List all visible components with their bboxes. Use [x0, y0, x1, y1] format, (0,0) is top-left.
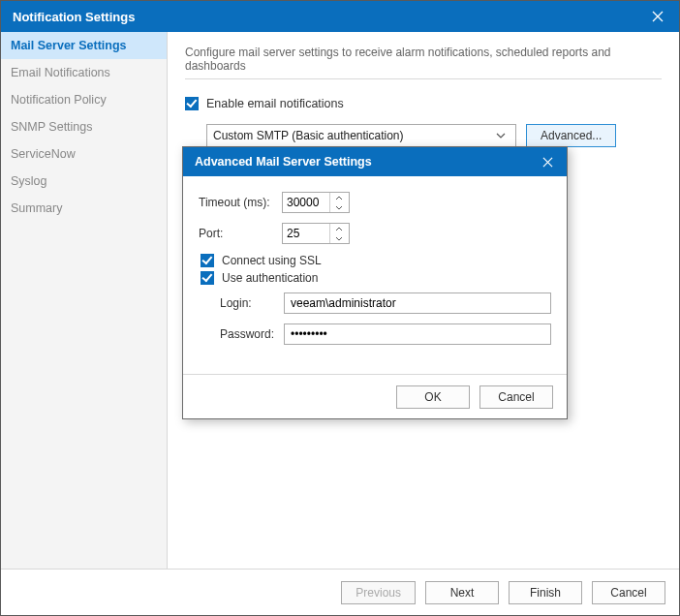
password-label: Password:	[220, 327, 284, 341]
button-label: Next	[450, 586, 475, 600]
sidebar-item-label: Email Notifications	[11, 66, 110, 79]
advanced-button[interactable]: Advanced...	[526, 124, 616, 147]
smtp-type-value: Custom SMTP (Basic authentication)	[213, 129, 492, 142]
sidebar-item-syslog[interactable]: Syslog	[1, 168, 167, 195]
timeout-label: Timeout (ms):	[199, 196, 282, 209]
login-label: Login:	[220, 296, 284, 310]
button-label: Finish	[530, 586, 561, 600]
previous-button: Previous	[341, 581, 416, 604]
button-label: Previous	[355, 586, 401, 600]
close-icon	[652, 11, 664, 22]
dialog-footer: OK Cancel	[183, 374, 567, 418]
notification-settings-window: Notification Settings Mail Server Settin…	[0, 0, 680, 616]
use-authentication-checkbox[interactable]	[201, 271, 214, 285]
window-title: Notification Settings	[13, 10, 135, 24]
smtp-row: Custom SMTP (Basic authentication) Advan…	[185, 124, 662, 147]
advanced-mail-server-dialog: Advanced Mail Server Settings Timeout (m…	[182, 146, 568, 419]
sidebar-item-label: ServiceNow	[11, 147, 76, 161]
timeout-row: Timeout (ms):	[199, 192, 551, 213]
sidebar-item-snmp-settings[interactable]: SNMP Settings	[1, 113, 167, 140]
wizard-footer: Previous Next Finish Cancel	[1, 569, 679, 615]
finish-button[interactable]: Finish	[509, 581, 582, 604]
dialog-titlebar: Advanced Mail Server Settings	[183, 147, 567, 176]
chevron-down-icon	[335, 236, 343, 241]
cancel-button[interactable]: Cancel	[592, 581, 665, 604]
chevron-up-icon	[335, 196, 343, 200]
sidebar-item-label: Mail Server Settings	[11, 39, 127, 52]
auth-fields: Login: Password:	[199, 293, 551, 345]
dialog-cancel-button[interactable]: Cancel	[479, 385, 553, 409]
sidebar: Mail Server Settings Email Notifications…	[1, 32, 168, 569]
close-icon	[542, 157, 553, 168]
spinner-down-button[interactable]	[330, 202, 347, 212]
sidebar-item-servicenow[interactable]: ServiceNow	[1, 140, 167, 168]
password-row: Password:	[220, 323, 551, 345]
button-label: Cancel	[498, 390, 534, 404]
divider	[185, 78, 662, 79]
sidebar-item-label: Summary	[11, 201, 62, 215]
window-close-button[interactable]	[636, 1, 679, 32]
spinner-up-button[interactable]	[330, 224, 347, 233]
sidebar-item-email-notifications[interactable]: Email Notifications	[1, 59, 167, 86]
ok-button[interactable]: OK	[396, 385, 470, 409]
connect-ssl-checkbox[interactable]	[201, 254, 214, 267]
spinner-buttons	[329, 224, 347, 243]
port-spinner	[282, 223, 350, 244]
dialog-title: Advanced Mail Server Settings	[195, 155, 372, 169]
enable-email-label: Enable email notifications	[206, 97, 344, 110]
timeout-input[interactable]	[283, 193, 329, 212]
sidebar-item-label: Notification Policy	[11, 93, 107, 107]
login-row: Login:	[220, 293, 551, 314]
port-label: Port:	[199, 227, 282, 240]
button-label: OK	[424, 390, 441, 404]
login-input[interactable]	[284, 293, 551, 314]
dialog-body: Timeout (ms): Port:	[183, 176, 567, 374]
chevron-down-icon	[492, 133, 510, 139]
spinner-up-button[interactable]	[330, 193, 347, 202]
chevron-up-icon	[335, 227, 343, 231]
port-input[interactable]	[283, 224, 329, 243]
port-row: Port:	[199, 223, 551, 244]
sidebar-item-summary[interactable]: Summary	[1, 195, 167, 222]
auth-row: Use authentication	[199, 271, 551, 285]
timeout-spinner	[282, 192, 350, 213]
titlebar: Notification Settings	[1, 1, 679, 32]
enable-email-checkbox[interactable]	[185, 97, 199, 110]
chevron-down-icon	[335, 205, 343, 210]
spinner-down-button[interactable]	[330, 233, 347, 243]
enable-email-row: Enable email notifications	[185, 97, 662, 110]
spinner-buttons	[329, 193, 347, 212]
sidebar-item-label: SNMP Settings	[11, 120, 93, 134]
sidebar-item-mail-server-settings[interactable]: Mail Server Settings	[1, 32, 167, 59]
sidebar-item-label: Syslog	[11, 174, 47, 188]
ssl-row: Connect using SSL	[199, 254, 551, 267]
smtp-type-select[interactable]: Custom SMTP (Basic authentication)	[206, 124, 516, 147]
connect-ssl-label: Connect using SSL	[222, 254, 322, 267]
advanced-button-label: Advanced...	[541, 129, 602, 142]
dialog-close-button[interactable]	[528, 147, 567, 176]
page-description: Configure mail server settings to receiv…	[185, 46, 662, 73]
use-authentication-label: Use authentication	[222, 271, 318, 285]
button-label: Cancel	[610, 586, 646, 600]
next-button[interactable]: Next	[425, 581, 499, 604]
sidebar-item-notification-policy[interactable]: Notification Policy	[1, 86, 167, 113]
password-input[interactable]	[284, 323, 551, 345]
